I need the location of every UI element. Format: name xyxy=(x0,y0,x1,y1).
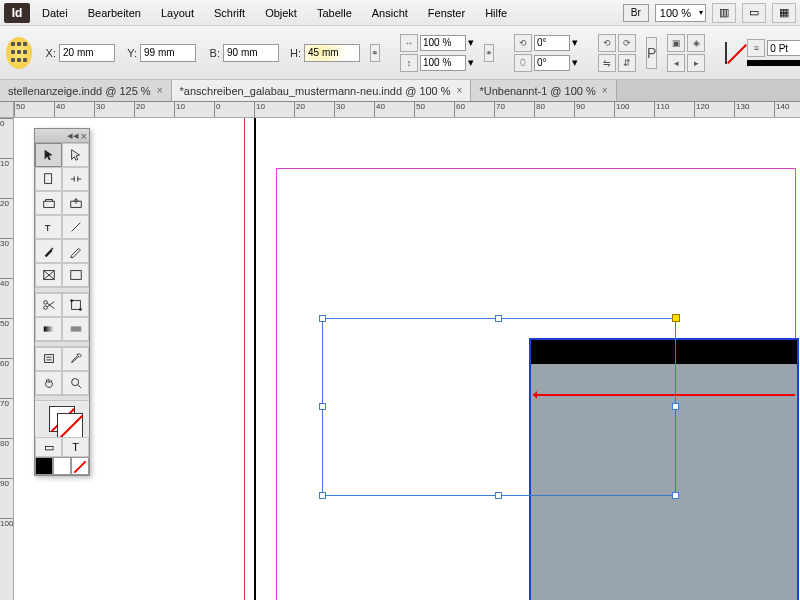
guide-line[interactable] xyxy=(244,118,245,600)
stroke-weight-input[interactable] xyxy=(767,40,800,56)
pencil-tool[interactable] xyxy=(62,239,89,263)
rotate-ccw-icon[interactable]: ⟲ xyxy=(598,34,616,52)
doc-tab-2[interactable]: *Unbenannt-1 @ 100 %× xyxy=(471,80,616,101)
close-icon[interactable]: × xyxy=(457,85,463,96)
tools-panel[interactable]: ◂◂× T ▭ T xyxy=(34,128,90,476)
content-placer-tool[interactable] xyxy=(62,191,89,215)
rotate-input[interactable] xyxy=(534,35,570,51)
w-input[interactable] xyxy=(223,44,279,62)
menu-layout[interactable]: Layout xyxy=(153,3,202,23)
rect-frame-tool[interactable] xyxy=(35,263,62,287)
scale-x-icon: ↔ xyxy=(400,34,418,52)
menu-bearbeiten[interactable]: Bearbeiten xyxy=(80,3,149,23)
apply-none[interactable] xyxy=(71,457,89,475)
zoom-tool[interactable] xyxy=(62,371,89,395)
flip-h-icon[interactable]: ⇋ xyxy=(598,54,616,72)
content-collector-tool[interactable] xyxy=(35,191,62,215)
view-options-icon[interactable]: ▥ xyxy=(712,3,736,23)
selection-tool[interactable] xyxy=(35,143,62,167)
close-icon[interactable]: × xyxy=(81,130,87,142)
handle-tm[interactable] xyxy=(495,315,502,322)
type-tool[interactable]: T xyxy=(35,215,62,239)
note-tool[interactable] xyxy=(35,347,62,371)
handle-br[interactable] xyxy=(672,492,679,499)
scale-y-input[interactable] xyxy=(420,55,466,71)
apply-color[interactable] xyxy=(35,457,53,475)
apply-gradient[interactable] xyxy=(53,457,71,475)
shear-input[interactable] xyxy=(534,55,570,71)
ruler-origin[interactable] xyxy=(0,102,14,118)
menu-tabelle[interactable]: Tabelle xyxy=(309,3,360,23)
constrain-wh-icon[interactable]: ⚭ xyxy=(370,44,380,62)
close-icon[interactable]: × xyxy=(157,85,163,96)
gap-tool[interactable] xyxy=(62,167,89,191)
handle-bl[interactable] xyxy=(319,492,326,499)
menu-fenster[interactable]: Fenster xyxy=(420,3,473,23)
handle-bm[interactable] xyxy=(495,492,502,499)
live-corner-icon[interactable] xyxy=(672,314,680,322)
w-label: B: xyxy=(206,47,220,59)
menu-schrift[interactable]: Schrift xyxy=(206,3,253,23)
x-input[interactable] xyxy=(59,44,115,62)
svg-point-10 xyxy=(43,306,47,310)
rect-tool[interactable] xyxy=(62,263,89,287)
stroke-color[interactable] xyxy=(57,413,83,439)
panel-header[interactable]: ◂◂× xyxy=(35,129,89,143)
gradient-feather-tool[interactable] xyxy=(62,317,89,341)
fill-stroke-swatch[interactable] xyxy=(35,401,89,437)
gradient-swatch-tool[interactable] xyxy=(35,317,62,341)
h-input[interactable] xyxy=(304,44,360,62)
ruler-horizontal[interactable]: 5040302010010203040506070809010011012013… xyxy=(14,102,800,118)
handle-tl[interactable] xyxy=(319,315,326,322)
ruler-vertical[interactable]: 0102030405060708090100 xyxy=(0,118,14,600)
select-container-icon[interactable]: ▣ xyxy=(667,34,685,52)
content-indicator-icon[interactable]: P xyxy=(646,37,657,69)
y-input[interactable] xyxy=(140,44,196,62)
reference-point-icon[interactable] xyxy=(6,37,32,69)
app-logo: Id xyxy=(4,3,30,23)
bridge-button[interactable]: Br xyxy=(623,4,649,22)
apply-color-row xyxy=(35,457,89,475)
handle-ml[interactable] xyxy=(319,403,326,410)
doc-tab-1[interactable]: *anschreiben_galabau_mustermann-neu.indd… xyxy=(172,80,472,101)
stroke-style-select[interactable] xyxy=(747,60,800,66)
svg-point-12 xyxy=(70,299,73,302)
line-tool[interactable] xyxy=(62,215,89,239)
handle-mr[interactable] xyxy=(672,403,679,410)
arrange-icon[interactable]: ▦ xyxy=(772,3,796,23)
selection-frame[interactable] xyxy=(322,318,676,496)
page-tool[interactable] xyxy=(35,167,62,191)
format-text-icon[interactable]: T xyxy=(62,437,89,457)
rotate-cw-icon[interactable]: ⟳ xyxy=(618,34,636,52)
scissors-tool[interactable] xyxy=(35,293,62,317)
canvas[interactable]: 90mm 20mm xyxy=(14,118,800,600)
select-next-icon[interactable]: ▸ xyxy=(687,54,705,72)
select-prev-icon[interactable]: ◂ xyxy=(667,54,685,72)
menu-bar: Id Datei Bearbeiten Layout Schrift Objek… xyxy=(0,0,800,26)
h-label: H: xyxy=(287,47,301,59)
collapse-icon[interactable]: ◂◂ xyxy=(67,129,79,142)
screen-mode-icon[interactable]: ▭ xyxy=(742,3,766,23)
hand-tool[interactable] xyxy=(35,371,62,395)
direct-selection-tool[interactable] xyxy=(62,143,89,167)
menu-objekt[interactable]: Objekt xyxy=(257,3,305,23)
menu-ansicht[interactable]: Ansicht xyxy=(364,3,416,23)
eyedropper-tool[interactable] xyxy=(62,347,89,371)
scale-x-input[interactable] xyxy=(420,35,466,51)
close-icon[interactable]: × xyxy=(602,85,608,96)
pen-tool[interactable] xyxy=(35,239,62,263)
constrain-scale-icon[interactable]: ⚭ xyxy=(484,44,494,62)
fill-swatch[interactable] xyxy=(725,42,727,64)
rotate-icon: ⟲ xyxy=(514,34,532,52)
select-content-icon[interactable]: ◈ xyxy=(687,34,705,52)
menu-datei[interactable]: Datei xyxy=(34,3,76,23)
format-container-icon[interactable]: ▭ xyxy=(35,437,62,457)
svg-rect-0 xyxy=(44,174,51,184)
document-tabs: stellenanzeige.indd @ 125 %× *anschreibe… xyxy=(0,80,800,102)
zoom-select[interactable]: 100 % xyxy=(655,4,706,22)
free-transform-tool[interactable] xyxy=(62,293,89,317)
flip-v-icon[interactable]: ⇵ xyxy=(618,54,636,72)
menu-hilfe[interactable]: Hilfe xyxy=(477,3,515,23)
svg-line-20 xyxy=(77,385,81,389)
doc-tab-0[interactable]: stellenanzeige.indd @ 125 %× xyxy=(0,80,172,101)
